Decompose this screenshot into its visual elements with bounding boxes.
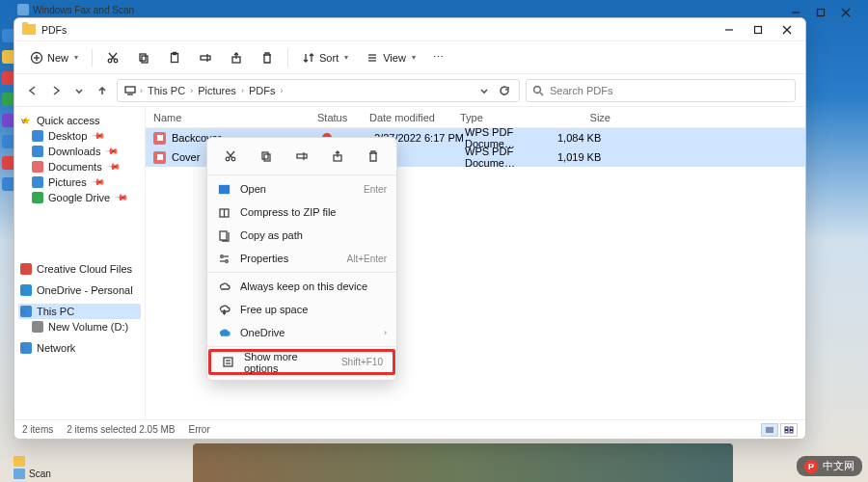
ctx-properties[interactable]: PropertiesAlt+Enter: [207, 247, 396, 270]
ctx-share-button[interactable]: [327, 146, 348, 167]
navigation-pane[interactable]: v★Quick access Desktop📌 Downloads📌 Docum…: [14, 107, 146, 419]
svg-rect-43: [264, 154, 270, 161]
properties-icon: [217, 252, 231, 265]
rename-button[interactable]: [193, 48, 218, 67]
copy-button[interactable]: [131, 48, 156, 67]
svg-point-51: [220, 254, 223, 257]
maximize-button[interactable]: [744, 19, 773, 40]
refresh-button[interactable]: [496, 82, 513, 99]
svg-rect-5: [755, 26, 762, 33]
plus-circle-icon: [30, 51, 43, 65]
svg-line-28: [540, 93, 543, 95]
crumb-this-pc[interactable]: This PC: [146, 85, 187, 96]
sidebar-item-google-drive[interactable]: Google Drive📌: [18, 190, 141, 205]
downloads-icon: [32, 146, 43, 157]
sort-button[interactable]: Sort▾: [296, 48, 354, 67]
drive-icon: [32, 192, 43, 203]
svg-rect-47: [219, 185, 229, 193]
ctx-copy-path[interactable]: Copy as path: [207, 224, 396, 247]
sidebar-item-this-pc[interactable]: vThis PC: [18, 304, 141, 319]
svg-rect-35: [790, 427, 793, 430]
new-button[interactable]: New▾: [24, 48, 84, 67]
sidebar-item-desktop[interactable]: Desktop📌: [18, 128, 141, 144]
svg-rect-42: [262, 152, 268, 159]
ctx-compress-zip[interactable]: Compress to ZIP file: [207, 201, 396, 224]
pin-icon: 📌: [92, 129, 106, 144]
show-more-options-highlight: Show more optionsShift+F10: [208, 349, 395, 375]
details-view-button[interactable]: [761, 423, 778, 437]
ctx-onedrive[interactable]: OneDrive›: [207, 321, 396, 344]
thumbnails-view-button[interactable]: [780, 423, 798, 437]
crumb-pictures[interactable]: Pictures: [196, 85, 238, 96]
ctx-cut-button[interactable]: [220, 146, 241, 167]
svg-point-53: [225, 259, 228, 262]
minimize-button[interactable]: [715, 19, 744, 40]
cut-button[interactable]: [100, 48, 125, 67]
onedrive-icon: [217, 326, 231, 339]
search-input[interactable]: Search PDFs: [526, 79, 796, 102]
toolbar: New▾ Sort▾ View▾ ⋯: [14, 41, 805, 74]
svg-rect-19: [201, 56, 210, 60]
more-button[interactable]: ⋯: [427, 48, 450, 67]
sidebar-item-pictures[interactable]: Pictures📌: [18, 174, 141, 190]
trash-icon: [260, 51, 274, 65]
file-explorer-window: PDFs New▾ Sort▾ View▾ ⋯ ›This PC ›Pi: [14, 17, 806, 440]
sidebar-item-creative-cloud[interactable]: ›Creative Cloud Files: [18, 261, 141, 277]
ctx-delete-button[interactable]: [363, 146, 384, 167]
ctx-free-space[interactable]: Free up space: [207, 298, 396, 321]
crumb-pdfs[interactable]: PDFs: [247, 85, 278, 96]
ctx-show-more-options[interactable]: Show more optionsShift+F10: [211, 352, 393, 372]
ctx-always-keep[interactable]: Always keep on this device: [207, 275, 396, 298]
zip-icon: [217, 205, 231, 219]
pdf-icon: [153, 151, 166, 164]
up-button[interactable]: [94, 82, 111, 99]
desktop-icon: [32, 130, 43, 142]
address-dropdown[interactable]: [475, 82, 493, 99]
pictures-icon: [32, 176, 43, 188]
pin-icon: 📌: [115, 191, 129, 205]
share-button[interactable]: [224, 48, 249, 67]
svg-rect-1: [818, 10, 825, 16]
column-headers[interactable]: Name Status Date modified Type Size: [146, 107, 805, 128]
svg-rect-37: [790, 430, 793, 433]
ctx-rename-button[interactable]: [291, 146, 312, 167]
php-logo-icon: P: [804, 460, 818, 473]
sidebar-item-onedrive[interactable]: ›OneDrive - Personal: [18, 282, 141, 298]
watermark: P 中文网: [797, 456, 862, 476]
close-button[interactable]: [773, 19, 801, 40]
paste-button[interactable]: [162, 48, 187, 67]
forward-button[interactable]: [47, 82, 65, 99]
titlebar[interactable]: PDFs: [14, 18, 805, 41]
col-status[interactable]: Status: [317, 112, 369, 123]
sidebar-item-new-volume[interactable]: New Volume (D:): [18, 319, 141, 335]
svg-rect-25: [125, 87, 135, 93]
col-name[interactable]: Name: [146, 112, 317, 123]
background-image-strip: [193, 443, 733, 482]
window-title: PDFs: [41, 24, 715, 36]
col-type[interactable]: Type: [460, 112, 553, 123]
col-date[interactable]: Date modified: [369, 112, 460, 123]
ctx-copy-button[interactable]: [256, 146, 277, 167]
address-bar[interactable]: ›This PC ›Pictures ›PDFs ›: [117, 79, 520, 102]
folder-icon: [22, 24, 36, 35]
documents-icon: [32, 161, 43, 173]
ctx-open[interactable]: OpenEnter: [207, 177, 396, 201]
back-button[interactable]: [24, 82, 41, 99]
recent-dropdown[interactable]: [70, 82, 88, 99]
svg-rect-50: [220, 231, 227, 240]
col-size[interactable]: Size: [553, 112, 610, 123]
sidebar-item-documents[interactable]: Documents📌: [18, 159, 141, 174]
status-error: Error: [189, 424, 210, 435]
svg-point-27: [534, 86, 541, 93]
taskbar-items: Scan: [14, 455, 51, 480]
svg-rect-55: [224, 358, 232, 366]
pc-icon: [123, 84, 137, 97]
sidebar-item-network[interactable]: ›Network: [18, 340, 141, 356]
delete-button[interactable]: [255, 48, 280, 67]
rename-icon: [199, 51, 212, 65]
view-button[interactable]: View▾: [360, 48, 421, 67]
sidebar-item-downloads[interactable]: Downloads📌: [18, 144, 141, 159]
scissors-icon: [106, 51, 120, 65]
quick-access[interactable]: v★Quick access: [18, 113, 141, 128]
context-menu: OpenEnter Compress to ZIP file Copy as p…: [206, 137, 397, 381]
